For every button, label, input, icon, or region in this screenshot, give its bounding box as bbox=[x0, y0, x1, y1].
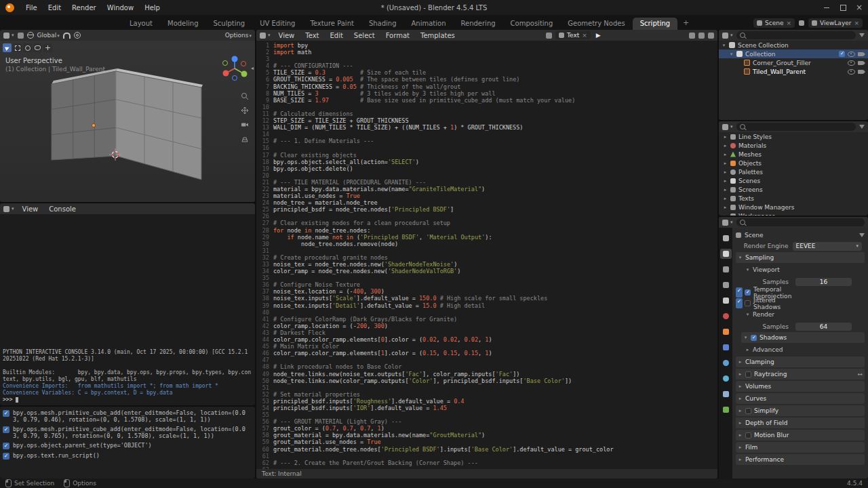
particles-icon[interactable] bbox=[720, 358, 732, 368]
pan-icon[interactable] bbox=[241, 106, 249, 115]
text-datablock[interactable]: Text bbox=[555, 31, 591, 39]
code-line[interactable]: 21# --- TILE MATERIAL (PROCEDURAL GRANIT… bbox=[256, 179, 717, 186]
properties-search-input[interactable] bbox=[736, 218, 865, 226]
code-line[interactable]: 6GROUT_THICKNESS = 0.005 # The space bet… bbox=[256, 76, 717, 83]
editor-type-button[interactable] bbox=[3, 206, 14, 212]
blender-logo-icon[interactable] bbox=[5, 3, 14, 12]
eye-icon[interactable] bbox=[848, 60, 855, 66]
code-line[interactable]: 16 bbox=[256, 144, 717, 151]
code-line[interactable]: 44color_ramp.color_ramp.elements[0].colo… bbox=[256, 336, 717, 343]
console-output[interactable]: PYTHON INTERACTIVE CONSOLE 3.14.0 (main,… bbox=[0, 214, 255, 405]
code-line[interactable]: 3 bbox=[256, 56, 717, 62]
log-entry[interactable]: bpy.ops.object.parent_set(type='OBJECT') bbox=[3, 442, 252, 449]
prop-temporal-reprojection[interactable]: Temporal Reprojection bbox=[736, 287, 743, 298]
prop-shadows[interactable]: ▾Shadows bbox=[741, 332, 865, 343]
expand-caret-icon[interactable]: ▸ bbox=[723, 169, 728, 175]
menu-render[interactable]: Render bbox=[67, 3, 101, 13]
prop-clamping[interactable]: ▸Clamping bbox=[736, 357, 865, 367]
prop-depth-of-field[interactable]: ▸Depth of Field bbox=[736, 418, 865, 428]
menu-file[interactable]: File bbox=[21, 3, 42, 13]
transform-orientation-dropdown[interactable]: Global bbox=[37, 32, 60, 39]
log-entry[interactable]: bpy.ops.mesh.primitive_cube_add(enter_ed… bbox=[3, 409, 252, 423]
scene-selector[interactable]: Scene bbox=[753, 18, 795, 28]
code-line[interactable]: 18bpy.ops.object.select_all(action='SELE… bbox=[256, 159, 717, 165]
expand-caret-icon[interactable]: ▸ bbox=[745, 347, 750, 352]
expand-caret-icon[interactable]: ▸ bbox=[723, 134, 728, 140]
report-check-icon[interactable] bbox=[3, 410, 9, 417]
code-line[interactable]: 8NUM_TILES = 3 # 3 tiles wide by 3 tiles… bbox=[256, 90, 717, 97]
code-line[interactable]: 23material.use_nodes = True bbox=[256, 192, 717, 199]
menu-help[interactable]: Help bbox=[140, 3, 165, 13]
editor-type-button[interactable] bbox=[3, 33, 14, 39]
code-line[interactable]: 22material = bpy.data.materials.new(name… bbox=[256, 186, 717, 192]
sidebar-collapse-icon[interactable] bbox=[251, 65, 254, 71]
code-line[interactable]: 27# Clear existing nodes for a clean pro… bbox=[256, 220, 717, 226]
code-line[interactable]: 56# --- GROUT MATERIAL (Light Gray) --- bbox=[256, 418, 717, 425]
report-check-icon[interactable] bbox=[3, 426, 9, 433]
view-layer-icon[interactable] bbox=[720, 280, 732, 290]
checkbox[interactable] bbox=[745, 300, 751, 306]
mode-icon[interactable] bbox=[18, 33, 24, 39]
unlink-scene-icon[interactable] bbox=[786, 20, 791, 26]
panel-checkbox[interactable] bbox=[751, 335, 757, 341]
expand-caret-icon[interactable]: ▸ bbox=[723, 196, 728, 201]
outliner-row-collection[interactable]: ▾Collection bbox=[719, 49, 868, 58]
code-line[interactable]: 11# Calculated dimensions bbox=[256, 110, 717, 117]
field-value[interactable]: 64 bbox=[795, 323, 852, 331]
menu-window[interactable]: Window bbox=[102, 3, 138, 13]
close-button[interactable] bbox=[856, 4, 863, 11]
prop-viewport[interactable]: ▾Viewport bbox=[736, 264, 865, 275]
expand-caret-icon[interactable]: ▾ bbox=[738, 255, 743, 260]
code-line[interactable]: 13WALL_DIM = (NUM_TILES * TILE_SIZE) + (… bbox=[256, 124, 717, 131]
add-workspace-button[interactable]: + bbox=[677, 17, 694, 30]
prop-sampling[interactable]: ▾Sampling bbox=[736, 252, 865, 263]
object-data-icon[interactable] bbox=[720, 405, 732, 415]
prop-motion-blur[interactable]: ▸Motion Blur bbox=[736, 430, 865, 441]
outliner-row-tiled-wall-parent[interactable]: Tiled_Wall_Parent bbox=[719, 67, 868, 76]
code-line[interactable]: 42color_ramp.location = (-200, 300) bbox=[256, 323, 717, 329]
tab-uv-editing[interactable]: UV Editing bbox=[252, 18, 302, 30]
viewport-canvas[interactable]: User Perspective (1) Collection | Tiled_… bbox=[0, 41, 255, 202]
code-line[interactable]: 51 bbox=[256, 384, 717, 391]
tab-shading[interactable]: Shading bbox=[361, 18, 404, 30]
filter-icon[interactable] bbox=[859, 33, 865, 37]
line-numbers-icon[interactable] bbox=[708, 33, 714, 39]
expand-caret-icon[interactable]: ▸ bbox=[738, 432, 743, 438]
camera-view-icon[interactable] bbox=[241, 121, 249, 129]
editor-type-button[interactable] bbox=[260, 33, 271, 39]
panel-checkbox[interactable] bbox=[745, 408, 751, 414]
zoom-icon[interactable] bbox=[241, 92, 249, 100]
expand-caret-icon[interactable]: ▸ bbox=[738, 396, 743, 401]
report-check-icon[interactable] bbox=[3, 453, 9, 460]
prop-performance[interactable]: ▸Performance bbox=[736, 454, 865, 465]
prop-curves[interactable]: ▸Curves bbox=[736, 393, 865, 404]
eye-icon[interactable] bbox=[848, 52, 855, 57]
select-circle-tool-button[interactable] bbox=[23, 43, 32, 52]
code-line[interactable]: 28for node in node_tree.nodes: bbox=[256, 227, 717, 234]
expand-caret-icon[interactable]: ▸ bbox=[738, 420, 743, 426]
prop-simplify[interactable]: ▸Simplify bbox=[736, 405, 865, 416]
editor-type-button[interactable] bbox=[722, 220, 733, 226]
menu-templates[interactable]: Templates bbox=[416, 30, 460, 41]
data-category-window-managers[interactable]: ▸Window Managers bbox=[719, 203, 868, 211]
expand-caret-icon[interactable]: ▸ bbox=[738, 359, 743, 365]
minimize-button[interactable] bbox=[823, 4, 830, 11]
code-line[interactable]: 1import bpy bbox=[256, 42, 717, 49]
code-line[interactable]: 12STEP_SIZE = TILE_SIZE + GROUT_THICKNES… bbox=[256, 117, 717, 124]
code-line[interactable]: 17# Clear existing objects bbox=[256, 152, 717, 159]
camera-icon[interactable] bbox=[858, 52, 863, 56]
prop-jittered-shadows[interactable]: Jittered Shadows bbox=[736, 298, 743, 308]
tab-sculpting[interactable]: Sculpting bbox=[206, 18, 253, 30]
expand-caret-icon[interactable]: ▾ bbox=[745, 312, 750, 317]
code-line[interactable]: 33noise_tex = node_tree.nodes.new('Shade… bbox=[256, 261, 717, 268]
code-line[interactable]: 58grout_material = bpy.data.materials.ne… bbox=[256, 432, 717, 439]
tab-compositing[interactable]: Compositing bbox=[503, 18, 561, 30]
code-line[interactable]: 60grout_material.node_tree.nodes['Princi… bbox=[256, 446, 717, 453]
code-line[interactable]: 4# --- CONFIGURATION --- bbox=[256, 62, 717, 69]
physics-icon[interactable] bbox=[720, 373, 732, 384]
data-category-objects[interactable]: ▸Objects bbox=[719, 159, 868, 167]
tab-animation[interactable]: Animation bbox=[404, 18, 454, 30]
world-icon[interactable] bbox=[720, 311, 732, 321]
datablock-browse-icon[interactable] bbox=[546, 33, 552, 39]
code-line[interactable]: 39noise_tex.inputs['Detail'].default_val… bbox=[256, 302, 717, 309]
